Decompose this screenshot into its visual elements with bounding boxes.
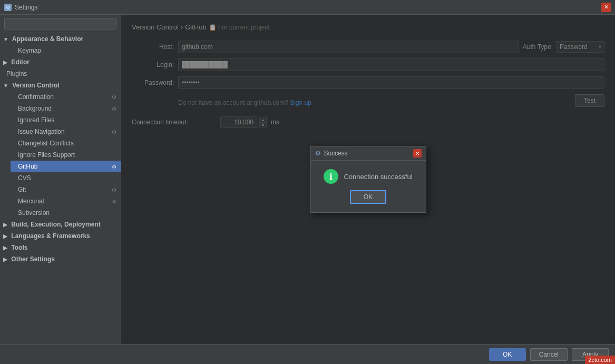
modal-message-row: ℹ Connection successful [324, 169, 412, 184]
sidebar-sub-vc: Confirmation ⚙ Background ⚙ Ignored File… [0, 91, 121, 219]
sidebar-item-languages-frameworks[interactable]: ▶ Languages & Frameworks [0, 230, 121, 242]
modal-title-bar: ⚙ Success ✕ [311, 146, 426, 161]
sidebar-item-build-execution[interactable]: ▶ Build, Execution, Deployment [0, 219, 121, 230]
settings-icon-confirmation: ⚙ [112, 94, 116, 100]
app-icon: ⚙ [4, 4, 12, 11]
sidebar-item-github[interactable]: GitHub ⚙ [11, 161, 121, 172]
modal-body: ℹ Connection successful OK [311, 161, 426, 212]
settings-icon-issue-nav: ⚙ [112, 129, 116, 135]
modal-title-text: Success [324, 150, 348, 157]
modal-message-text: Connection successful [344, 173, 412, 181]
sidebar-item-issue-navigation[interactable]: Issue Navigation ⚙ [11, 126, 121, 137]
sidebar-item-cvs[interactable]: CVS [11, 172, 121, 184]
arrow-icon-tools: ▶ [3, 245, 7, 251]
sidebar: ▼ Appearance & Behavior Keymap ▶ Editor … [0, 15, 121, 344]
modal-close-button[interactable]: ✕ [413, 149, 422, 158]
modal-overlay: ⚙ Success ✕ ℹ Connection successful OK [121, 15, 615, 344]
ok-button[interactable]: OK [489, 348, 526, 361]
main-container: ▼ Appearance & Behavior Keymap ▶ Editor … [0, 15, 615, 344]
modal-app-icon: ⚙ [315, 150, 321, 157]
sidebar-item-other-settings[interactable]: ▶ Other Settings [0, 253, 121, 265]
sidebar-item-changelist-conflicts[interactable]: Changelist Conflicts [11, 137, 121, 149]
window-close-button[interactable]: ✕ [601, 3, 611, 12]
settings-icon-github: ⚙ [112, 164, 116, 170]
sidebar-item-plugins[interactable]: Plugins [0, 68, 121, 80]
success-dialog: ⚙ Success ✕ ℹ Connection successful OK [310, 146, 426, 213]
sidebar-item-subversion[interactable]: Subversion [11, 207, 121, 219]
sidebar-item-appearance[interactable]: ▼ Appearance & Behavior [0, 33, 121, 45]
modal-info-icon: ℹ [324, 169, 338, 184]
sidebar-item-mercurial[interactable]: Mercurial ⚙ [11, 195, 121, 207]
sidebar-sub-appearance: Keymap [0, 45, 121, 56]
sidebar-item-confirmation[interactable]: Confirmation ⚙ [11, 91, 121, 103]
title-bar: ⚙ Settings ✕ [0, 0, 615, 15]
content-area: Version Control › GitHub 📋 For current p… [121, 15, 615, 344]
sidebar-item-version-control[interactable]: ▼ Version Control [0, 80, 121, 91]
search-box [0, 15, 121, 33]
settings-icon-git: ⚙ [112, 187, 116, 193]
sidebar-item-keymap[interactable]: Keymap [11, 45, 121, 56]
sidebar-item-background[interactable]: Background ⚙ [11, 103, 121, 114]
arrow-icon-editor: ▶ [3, 60, 7, 65]
settings-icon-background: ⚙ [112, 106, 116, 112]
watermark: 2cto.com [585, 356, 615, 364]
search-input[interactable] [4, 18, 116, 29]
modal-ok-button[interactable]: OK [350, 190, 386, 204]
arrow-icon-other: ▶ [3, 257, 7, 262]
modal-title-left: ⚙ Success [315, 150, 348, 157]
sidebar-item-git[interactable]: Git ⚙ [11, 184, 121, 195]
sidebar-item-ignore-files-support[interactable]: Ignore Files Support [11, 149, 121, 161]
sidebar-item-ignored-files[interactable]: Ignored Files [11, 114, 121, 126]
info-symbol: ℹ [329, 172, 333, 182]
app-title: Settings [15, 4, 37, 11]
cancel-button[interactable]: Cancel [530, 348, 568, 361]
sidebar-item-tools[interactable]: ▶ Tools [0, 242, 121, 253]
arrow-icon-lang: ▶ [3, 233, 7, 239]
arrow-icon-vc: ▼ [3, 83, 8, 88]
arrow-icon-build: ▶ [3, 222, 7, 228]
settings-icon-mercurial: ⚙ [112, 199, 116, 204]
arrow-icon: ▼ [3, 36, 8, 42]
sidebar-item-editor[interactable]: ▶ Editor [0, 56, 121, 68]
bottom-bar: OK Cancel Apply 2cto.com [0, 344, 615, 364]
